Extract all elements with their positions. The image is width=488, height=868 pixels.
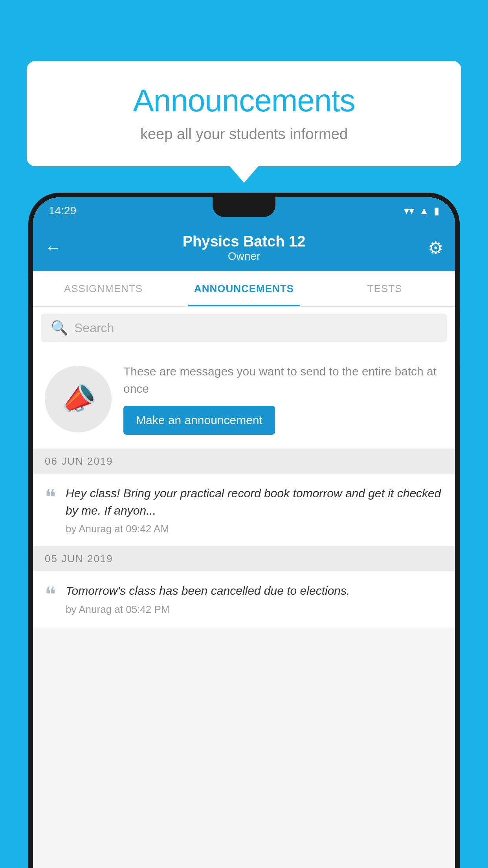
phone-notch (213, 197, 275, 217)
battery-icon: ▮ (434, 205, 439, 217)
announcement-text-2: Tomorrow's class has been cancelled due … (66, 582, 443, 616)
search-bar-container: 🔍 Search (33, 307, 455, 349)
tab-announcements[interactable]: ANNOUNCEMENTS (174, 271, 314, 306)
megaphone-icon: 📣 (57, 378, 100, 419)
wifi-icon: ▾▾ (404, 205, 414, 217)
announcement-item-1[interactable]: ❝ Hey class! Bring your practical record… (33, 474, 455, 546)
settings-icon[interactable]: ⚙ (428, 238, 443, 258)
phone-frame: 14:29 ▾▾ ▲ ▮ ← Physics Batch 12 Owner ⚙ (28, 193, 460, 868)
make-announcement-button[interactable]: Make an announcement (123, 406, 275, 435)
promo-text-area: These are messages you want to send to t… (123, 363, 443, 435)
signal-icon: ▲ (419, 205, 429, 217)
power-button (459, 271, 460, 311)
quote-icon-2: ❝ (45, 584, 56, 605)
announcement-meta-1: by Anurag at 09:42 AM (66, 523, 443, 535)
app-bar-title-group: Physics Batch 12 Owner (183, 233, 306, 263)
bubble-subtitle: keep all your students informed (50, 126, 438, 143)
date-separator-1: 06 JUN 2019 (33, 449, 455, 474)
announcement-meta-2: by Anurag at 05:42 PM (66, 603, 443, 616)
search-icon: 🔍 (51, 320, 68, 336)
tabs-bar: ASSIGNMENTS ANNOUNCEMENTS TESTS (33, 271, 455, 307)
content-area: 🔍 Search 📣 These are messages you want t… (33, 307, 455, 868)
tab-assignments[interactable]: ASSIGNMENTS (33, 271, 174, 306)
quote-icon-1: ❝ (45, 487, 56, 507)
promo-card: 📣 These are messages you want to send to… (33, 349, 455, 449)
tab-tests[interactable]: TESTS (314, 271, 455, 306)
status-icons: ▾▾ ▲ ▮ (404, 205, 439, 217)
back-button[interactable]: ← (45, 238, 61, 257)
phone-inner: 14:29 ▾▾ ▲ ▮ ← Physics Batch 12 Owner ⚙ (33, 197, 455, 868)
announcement-message-2: Tomorrow's class has been cancelled due … (66, 582, 443, 600)
promo-description: These are messages you want to send to t… (123, 363, 443, 397)
status-time: 14:29 (49, 204, 76, 217)
speech-bubble-card: Announcements keep all your students inf… (27, 61, 461, 166)
app-bar: ← Physics Batch 12 Owner ⚙ (33, 224, 455, 271)
speech-bubble-section: Announcements keep all your students inf… (27, 61, 461, 166)
bubble-title: Announcements (50, 83, 438, 119)
search-bar[interactable]: 🔍 Search (41, 314, 447, 342)
announcement-message-1: Hey class! Bring your practical record b… (66, 485, 443, 519)
app-bar-title: Physics Batch 12 (183, 233, 306, 250)
phone-screen: 14:29 ▾▾ ▲ ▮ ← Physics Batch 12 Owner ⚙ (33, 197, 455, 868)
date-separator-2: 05 JUN 2019 (33, 546, 455, 571)
announcement-item-2[interactable]: ❝ Tomorrow's class has been cancelled du… (33, 571, 455, 627)
volume-button (28, 279, 29, 307)
promo-icon-circle: 📣 (45, 366, 112, 432)
search-placeholder: Search (74, 321, 114, 335)
announcement-text-1: Hey class! Bring your practical record b… (66, 485, 443, 535)
volume-down-button (459, 326, 460, 366)
app-bar-subtitle: Owner (183, 250, 306, 263)
